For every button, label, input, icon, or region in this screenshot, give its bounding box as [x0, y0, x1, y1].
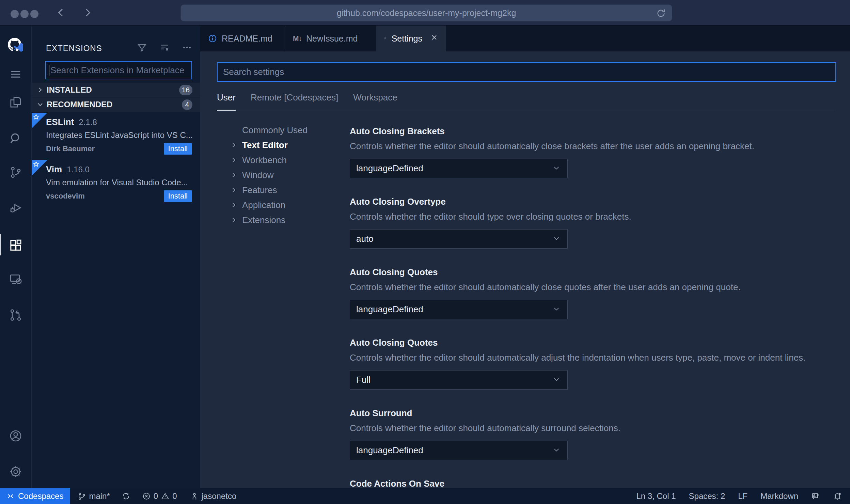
setting-title: Auto Surround [350, 408, 836, 418]
tab-newissue[interactable]: M↓ NewIssue.md [285, 26, 376, 51]
extensions-search-input[interactable]: Search Extensions in Marketplace [45, 61, 192, 79]
github-pull-requests-icon[interactable] [0, 307, 31, 323]
section-label: INSTALLED [47, 85, 92, 95]
eol-sequence[interactable]: LF [738, 491, 747, 501]
recommended-star-ribbon [32, 160, 47, 176]
scope-tab-user[interactable]: User [217, 92, 236, 103]
feedback-icon[interactable] [811, 492, 820, 501]
more-actions-icon[interactable] [182, 43, 192, 54]
extensions-icon[interactable] [0, 238, 31, 253]
setting-value-dropdown[interactable]: languageDefined [350, 159, 568, 178]
chevron-right-icon [230, 201, 242, 209]
sync-changes-button[interactable] [122, 492, 130, 501]
toc-window[interactable]: Window [230, 168, 350, 183]
toc-text-editor[interactable]: Text Editor [230, 138, 350, 153]
installed-count-badge: 16 [179, 85, 192, 95]
scope-tab-remote[interactable]: Remote [Codespaces] [251, 92, 338, 103]
info-icon [208, 34, 217, 43]
extension-description: Integrates ESLint JavaScript into VS C..… [46, 130, 192, 140]
setting-title: Code Actions On Save [350, 478, 836, 488]
chevron-down-icon [552, 163, 561, 174]
section-installed[interactable]: INSTALLED 16 [32, 83, 200, 97]
reload-icon[interactable] [656, 8, 666, 20]
remote-label: Codespaces [18, 491, 63, 501]
setting-auto-closing-brackets: Auto Closing Brackets Controls whether t… [350, 126, 836, 178]
install-button[interactable]: Install [164, 190, 192, 202]
problems-indicator[interactable]: 0 0 [142, 491, 177, 501]
browser-back-icon[interactable] [54, 6, 67, 20]
recommended-count-badge: 4 [182, 99, 192, 110]
remote-indicator[interactable]: Codespaces [0, 488, 70, 504]
setting-title: Auto Closing Brackets [350, 126, 836, 136]
language-mode[interactable]: Markdown [760, 491, 798, 501]
person-icon [190, 492, 199, 501]
toc-extensions[interactable]: Extensions [230, 212, 350, 227]
toc-workbench[interactable]: Workbench [230, 153, 350, 168]
extension-publisher: vscodevim [46, 192, 85, 201]
account-icon[interactable] [0, 428, 31, 444]
text-caret [49, 65, 49, 76]
tab-label: Settings [392, 34, 422, 44]
tab-readme[interactable]: README.md [200, 26, 285, 51]
browser-window: github.com/codespaces/user-my-project-mg… [0, 0, 850, 504]
status-bar: Codespaces main* 0 0 jasonetco Ln 3, Col… [0, 488, 850, 504]
chevron-right-icon [230, 171, 242, 179]
source-control-icon[interactable] [0, 164, 31, 180]
chevron-right-icon [36, 85, 45, 94]
section-recommended[interactable]: RECOMMENDED 4 [32, 97, 200, 112]
run-debug-icon[interactable] [0, 200, 31, 216]
tab-label: README.md [222, 34, 272, 44]
extensions-sidebar: EXTENSIONS Search Extensions in Marketpl… [32, 26, 200, 488]
toc-features[interactable]: Features [230, 183, 350, 198]
address-bar[interactable]: github.com/codespaces/user-my-project-mg… [180, 4, 672, 21]
close-window-button[interactable] [11, 10, 19, 18]
chevron-down-icon [36, 100, 45, 109]
cursor-position[interactable]: Ln 3, Col 1 [636, 491, 676, 501]
explorer-icon[interactable] [0, 94, 31, 110]
setting-value-dropdown[interactable]: languageDefined [350, 441, 568, 460]
settings-search-input[interactable]: Search settings [217, 62, 836, 82]
settings-gear-icon[interactable] [0, 464, 31, 479]
toc-commonly-used[interactable]: Commonly Used [230, 123, 350, 138]
extensions-search-placeholder: Search Extensions in Marketplace [50, 65, 184, 76]
setting-title: Auto Closing Overtype [350, 196, 836, 207]
tab-label: NewIssue.md [306, 34, 358, 44]
editor-group: README.md M↓ NewIssue.md Settings Search… [200, 26, 850, 488]
user-indicator[interactable]: jasonetco [190, 491, 237, 501]
zoom-window-button[interactable] [30, 10, 38, 18]
chevron-down-icon [552, 445, 561, 456]
browser-forward-icon[interactable] [81, 6, 94, 20]
indentation[interactable]: Spaces: 2 [689, 491, 725, 501]
remote-explorer-icon[interactable] [0, 271, 31, 287]
notifications-bell-icon[interactable] [833, 492, 842, 501]
setting-value-dropdown[interactable]: Full [350, 370, 568, 390]
clear-extension-search-icon[interactable] [159, 43, 170, 54]
window-controls[interactable] [11, 10, 38, 18]
install-button[interactable]: Install [164, 143, 192, 155]
extension-item-vim[interactable]: Vim 1.16.0 Vim emulation for Visual Stud… [32, 159, 200, 207]
vscode-logo-icon [11, 41, 25, 54]
extension-publisher: Dirk Baeumer [46, 144, 95, 153]
branch-indicator[interactable]: main* [77, 491, 110, 501]
extension-description: Vim emulation for Visual Studio Code... [46, 178, 192, 187]
setting-description: Controls whether the editor should type … [350, 211, 836, 222]
setting-value-dropdown[interactable]: languageDefined [350, 300, 568, 319]
extension-item-eslint[interactable]: ESLint 2.1.8 Integrates ESLint JavaScrip… [32, 112, 200, 159]
toc-application[interactable]: Application [230, 198, 350, 212]
scope-tab-workspace[interactable]: Workspace [353, 92, 397, 103]
user-label: jasonetco [202, 491, 237, 501]
tab-settings[interactable]: Settings [376, 26, 446, 51]
close-tab-icon[interactable] [430, 33, 438, 44]
setting-value-dropdown[interactable]: auto [350, 229, 568, 249]
extension-name: ESLint [46, 117, 74, 127]
active-view-indicator [0, 234, 1, 255]
menu-icon[interactable] [0, 66, 31, 82]
errors-icon [142, 492, 151, 501]
url-text: github.com/codespaces/user-my-project-mg… [337, 8, 516, 18]
setting-auto-closing-quotes: Auto Closing Quotes Controls whether the… [350, 267, 836, 319]
filter-icon[interactable] [137, 43, 147, 54]
minimize-window-button[interactable] [20, 10, 29, 18]
setting-auto-surround: Auto Surround Controls whether the edito… [350, 408, 836, 460]
browser-chrome: github.com/codespaces/user-my-project-mg… [0, 0, 850, 26]
search-icon[interactable] [0, 130, 31, 146]
